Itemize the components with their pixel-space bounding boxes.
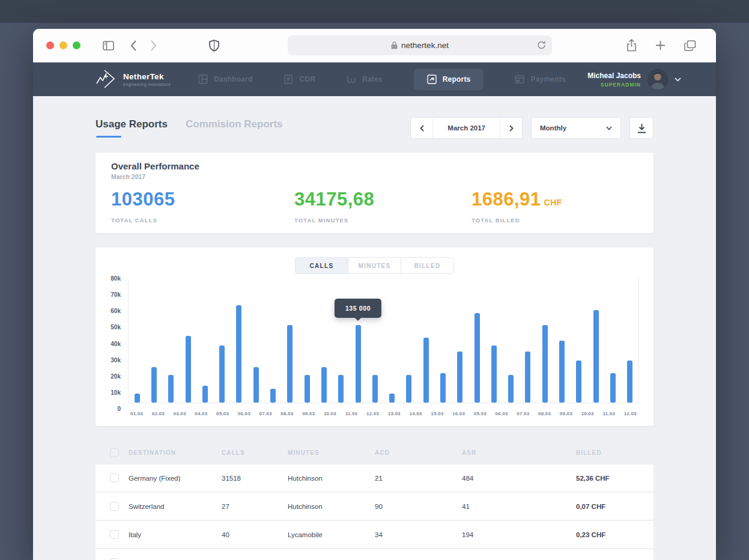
sidebar-toggle-icon[interactable] <box>103 41 114 50</box>
x-tick-label: 14.03 <box>410 411 422 416</box>
previous-period-button[interactable] <box>411 118 432 138</box>
back-button[interactable] <box>130 40 137 51</box>
x-tick-label: 06.03 <box>496 411 508 416</box>
chart-bar[interactable] <box>270 389 276 403</box>
x-tick-label: 07.03 <box>259 411 272 416</box>
chart-tab-minutes[interactable]: MINUTES <box>348 258 401 273</box>
select-all-checkbox[interactable] <box>110 448 119 457</box>
x-tick-label: 07.03 <box>517 411 529 416</box>
x-tick-label: 03.03 <box>174 411 186 416</box>
table-row[interactable]: Germany1Hutchinson56151,71 CHF <box>96 549 653 560</box>
tab-usage-reports[interactable]: Usage Reports <box>96 118 168 138</box>
privacy-shield-icon[interactable] <box>209 40 219 52</box>
minimize-window-button[interactable] <box>59 41 67 49</box>
nav-item-reports[interactable]: Reports <box>414 68 484 90</box>
x-tick-label: 11.03 <box>345 411 358 416</box>
user-menu[interactable]: Micheal Jacobs SUPERADMIN <box>587 69 681 90</box>
nav-item-payments[interactable]: Payments <box>515 68 565 90</box>
page-content: Usage ReportsCommision Reports March 201… <box>33 96 716 560</box>
cell-asr: 194 <box>462 531 576 538</box>
chart-bar[interactable] <box>406 375 411 403</box>
x-tick-label: 05.03 <box>216 411 229 416</box>
granularity-select[interactable]: Monthly <box>531 117 621 139</box>
chart-bar[interactable] <box>627 361 632 403</box>
nav-item-rates[interactable]: Rates <box>347 68 383 90</box>
tab-overview-icon[interactable] <box>684 40 696 51</box>
x-tick-label: 15.03 <box>431 411 443 416</box>
reload-icon[interactable] <box>537 40 546 50</box>
x-tick-label: 09.03 <box>302 411 315 416</box>
chart-bar[interactable]: 135 000 <box>356 325 361 403</box>
chart-bar[interactable] <box>475 313 480 403</box>
brand-logo[interactable]: NetherTek Engineering Innovations <box>96 69 171 90</box>
chart-bar[interactable] <box>389 394 395 403</box>
chart-bar[interactable] <box>338 375 344 403</box>
forward-button[interactable] <box>150 40 157 51</box>
share-icon[interactable] <box>626 39 637 52</box>
chart-bar[interactable] <box>151 367 157 403</box>
x-tick-label: 11.03 <box>602 411 615 416</box>
chart-bar[interactable] <box>168 375 174 403</box>
chart-bar[interactable] <box>321 367 327 403</box>
chevron-down-icon <box>675 78 681 82</box>
browser-window: nethertek.net NetherTe <box>33 29 716 560</box>
row-checkbox[interactable] <box>110 473 119 482</box>
cell-billed: 52,36 CHF <box>576 475 653 482</box>
report-tabs: Usage ReportsCommision Reports <box>96 118 283 138</box>
nav-item-label: Rates <box>362 75 383 84</box>
nav-item-dashboard[interactable]: Dashboard <box>198 68 252 90</box>
maximize-window-button[interactable] <box>73 41 80 49</box>
cell-destination: Switzerland <box>129 503 222 510</box>
window-controls <box>46 41 80 49</box>
address-bar[interactable]: nethertek.net <box>288 35 552 55</box>
chart-bar[interactable] <box>202 386 208 403</box>
chart-bar[interactable] <box>440 373 446 403</box>
stat-label: TOTAL BILLED <box>472 217 638 224</box>
chart-bar[interactable] <box>576 361 581 403</box>
nav-item-label: Reports <box>443 75 471 84</box>
chart-bar[interactable] <box>610 373 616 403</box>
stat-value: 1686,91CHF <box>472 189 638 210</box>
bar-chart: 80k70k60k50k40k30k20k10k0 135 000 01.030… <box>96 279 653 416</box>
tab-commision-reports[interactable]: Commision Reports <box>186 118 283 138</box>
payments-icon <box>515 75 524 84</box>
x-tick-label: 01.03 <box>130 411 143 416</box>
x-tick-label: 12.03 <box>366 411 379 416</box>
cell-billed: 0,23 CHF <box>576 531 653 538</box>
table-row[interactable]: Italy40Lycamobile341940,23 CHF <box>96 521 653 548</box>
chart-tab-calls[interactable]: CALLS <box>296 258 348 273</box>
nav-item-cdr[interactable]: CDR <box>284 68 315 90</box>
chart-bar[interactable] <box>491 345 497 403</box>
chart-bar[interactable] <box>135 394 140 403</box>
row-checkbox[interactable] <box>110 502 119 511</box>
chart-bar[interactable] <box>305 375 310 403</box>
chart-bar[interactable] <box>457 352 462 403</box>
x-tick-label: 09.03 <box>560 411 572 416</box>
row-checkbox[interactable] <box>110 530 119 539</box>
next-period-button[interactable] <box>500 118 522 138</box>
cell-destination: Italy <box>129 531 222 538</box>
chart-bar[interactable] <box>287 325 293 403</box>
cell-acd: 34 <box>375 531 462 538</box>
chart-bar[interactable] <box>372 375 378 403</box>
chart-bar[interactable] <box>525 352 530 403</box>
column-header-asr: ASR <box>462 449 576 456</box>
table-row[interactable]: Switzerland27Hutchinson90410,07 CHF <box>96 493 653 520</box>
chart-bar[interactable] <box>186 336 191 403</box>
user-role-badge: SUPERADMIN <box>587 82 641 88</box>
chart-bar[interactable] <box>559 341 565 403</box>
chart-tab-billed[interactable]: BILLED <box>401 258 453 273</box>
table-row[interactable]: Germany (Fixed)31518Hutchinson2148452,36… <box>96 464 653 492</box>
chart-bar[interactable] <box>423 338 429 403</box>
download-report-button[interactable] <box>629 117 653 139</box>
chart-bar[interactable] <box>542 325 548 403</box>
chart-bar[interactable] <box>219 345 225 403</box>
dashboard-icon <box>198 75 208 84</box>
chart-bar[interactable] <box>593 310 599 403</box>
new-tab-icon[interactable] <box>655 40 666 50</box>
chart-bar[interactable] <box>508 375 514 403</box>
overall-performance-card: Overall Performance March 2017 103065TOT… <box>96 153 653 233</box>
close-window-button[interactable] <box>46 41 54 49</box>
chart-bar[interactable] <box>236 305 241 403</box>
chart-bar[interactable] <box>253 367 259 403</box>
